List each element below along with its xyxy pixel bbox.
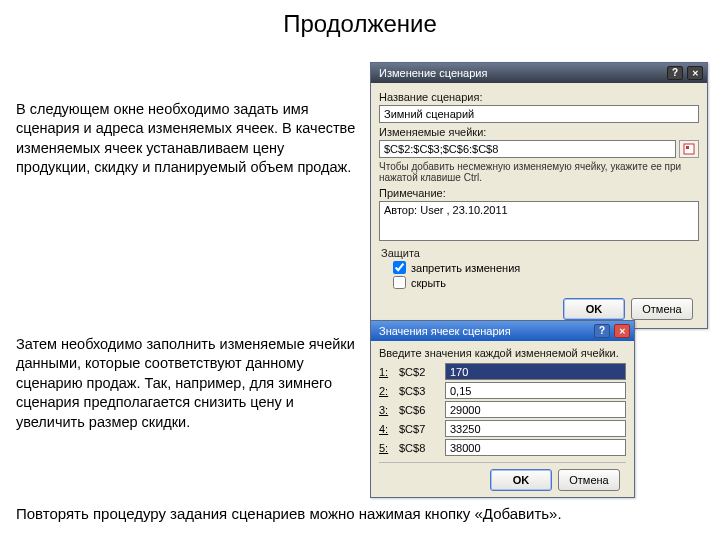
value-input[interactable] xyxy=(445,363,626,380)
svg-rect-1 xyxy=(686,146,689,149)
note-label: Примечание: xyxy=(379,187,699,199)
scenario-name-input[interactable] xyxy=(379,105,699,123)
changing-cells-label: Изменяемые ячейки: xyxy=(379,126,699,138)
checkbox-prevent-changes-box[interactable] xyxy=(393,261,406,274)
paragraph-2: Затем необходимо заполнить изменяемые яч… xyxy=(16,335,356,433)
close-icon[interactable] xyxy=(614,324,630,338)
row-index: 5: xyxy=(379,442,393,454)
scenario-name-label: Название сценария: xyxy=(379,91,699,103)
dialog-title: Изменение сценария xyxy=(379,67,667,79)
cell-address: $C$7 xyxy=(399,423,439,435)
value-input[interactable] xyxy=(445,439,626,456)
checkbox-prevent-changes[interactable]: запретить изменения xyxy=(393,261,699,274)
checkbox-prevent-changes-label: запретить изменения xyxy=(411,262,520,274)
help-icon[interactable] xyxy=(594,324,610,338)
paragraph-3: Повторять процедуру задания сценариев мо… xyxy=(16,505,696,522)
checkbox-hide-box[interactable] xyxy=(393,276,406,289)
page-title: Продолжение xyxy=(0,10,720,38)
row-index: 3: xyxy=(379,404,393,416)
ok-button[interactable]: OK xyxy=(563,298,625,320)
paragraph-1: В следующем окне необходимо задать имя с… xyxy=(16,100,356,178)
checkbox-hide[interactable]: скрыть xyxy=(393,276,699,289)
row-index: 4: xyxy=(379,423,393,435)
dialog-edit-scenario: Изменение сценария Название сценария: Из… xyxy=(370,62,708,329)
dialog-title: Значения ячеек сценария xyxy=(379,325,594,337)
dialog-scenario-values: Значения ячеек сценария Введите значения… xyxy=(370,320,635,498)
cell-address: $C$3 xyxy=(399,385,439,397)
checkbox-hide-label: скрыть xyxy=(411,277,446,289)
row-index: 2: xyxy=(379,385,393,397)
value-row: 1: $C$2 xyxy=(379,363,626,380)
value-row: 3: $C$6 xyxy=(379,401,626,418)
cell-address: $C$2 xyxy=(399,366,439,378)
cancel-button[interactable]: Отмена xyxy=(558,469,620,491)
cell-address: $C$6 xyxy=(399,404,439,416)
cell-address: $C$8 xyxy=(399,442,439,454)
value-input[interactable] xyxy=(445,382,626,399)
value-input[interactable] xyxy=(445,420,626,437)
close-icon[interactable] xyxy=(687,66,703,80)
changing-cells-input[interactable] xyxy=(379,140,676,158)
value-input[interactable] xyxy=(445,401,626,418)
row-index: 1: xyxy=(379,366,393,378)
value-row: 5: $C$8 xyxy=(379,439,626,456)
range-picker-icon[interactable] xyxy=(679,140,699,158)
value-row: 2: $C$3 xyxy=(379,382,626,399)
instruction-text: Введите значения каждой изменяемой ячейк… xyxy=(379,347,626,359)
titlebar[interactable]: Значения ячеек сценария xyxy=(371,321,634,341)
protection-group-label: Защита xyxy=(381,247,699,259)
changing-cells-hint: Чтобы добавить несмежную изменяемую ячей… xyxy=(379,161,699,183)
help-icon[interactable] xyxy=(667,66,683,80)
titlebar[interactable]: Изменение сценария xyxy=(371,63,707,83)
note-input[interactable] xyxy=(379,201,699,241)
ok-button[interactable]: OK xyxy=(490,469,552,491)
cancel-button[interactable]: Отмена xyxy=(631,298,693,320)
value-row: 4: $C$7 xyxy=(379,420,626,437)
